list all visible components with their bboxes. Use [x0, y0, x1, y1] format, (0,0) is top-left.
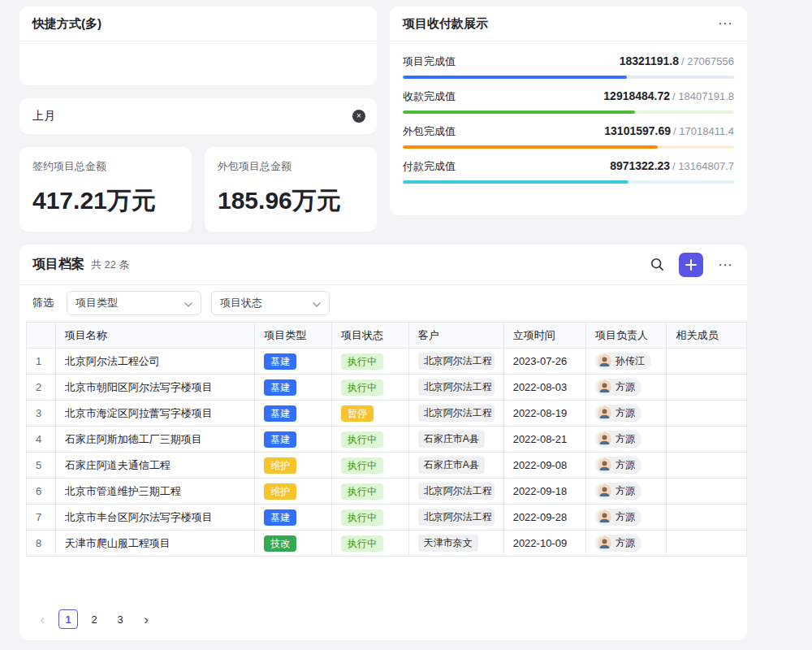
cell-project-name[interactable]: 石家庄阿道夫通信工程	[55, 453, 254, 479]
header-members: 相关成员	[667, 323, 747, 349]
progress-fill	[403, 180, 628, 184]
cell-project-name[interactable]: 北京市海淀区阿拉蕾写字楼项目	[55, 401, 254, 427]
cell-customer[interactable]: 天津市奈文	[408, 531, 503, 557]
cell-project-type[interactable]: 基建	[255, 401, 332, 427]
cell-members[interactable]	[667, 505, 747, 531]
date-filter-chip[interactable]: 上月 ×	[19, 98, 377, 134]
owner-name: 方源	[615, 458, 635, 472]
status-badge: 执行中	[341, 431, 383, 448]
close-circle-icon[interactable]: ×	[352, 110, 365, 123]
cell-owner[interactable]: 方源	[585, 453, 667, 479]
add-record-button[interactable]	[679, 253, 703, 277]
cell-project-type[interactable]: 基建	[255, 375, 332, 401]
cell-owner[interactable]: 方源	[585, 531, 667, 557]
cell-members[interactable]	[667, 479, 747, 505]
cell-members[interactable]	[667, 401, 747, 427]
cell-project-type[interactable]: 基建	[255, 349, 332, 375]
cell-start-date[interactable]: 2022-09-18	[503, 479, 585, 505]
cell-project-type[interactable]: 基建	[255, 427, 332, 453]
user-avatar	[598, 432, 611, 446]
cell-start-date[interactable]: 2022-10-09	[503, 531, 585, 557]
prev-page-icon[interactable]: ‹	[32, 609, 52, 629]
cell-project-type[interactable]: 基建	[255, 505, 332, 531]
payment-metric: 外包完成值 13101597.69/ 17018411.4	[403, 123, 734, 149]
cell-members[interactable]	[667, 375, 747, 401]
search-icon[interactable]	[650, 258, 664, 271]
shortcuts-card: 快捷方式(多)	[19, 6, 377, 85]
cell-project-type[interactable]: 维护	[255, 479, 332, 505]
cell-customer[interactable]: 北京阿尔法工程	[408, 505, 503, 531]
chevron-down-icon	[184, 297, 192, 310]
cell-customer[interactable]: 北京阿尔法工程	[408, 479, 503, 505]
cell-customer[interactable]: 石家庄市A县	[408, 427, 503, 453]
owner-name: 方源	[615, 510, 635, 524]
cell-start-date[interactable]: 2022-08-21	[503, 427, 585, 453]
filter-dropdown[interactable]: 项目类型	[67, 291, 201, 315]
record-count: 共 22 条	[91, 258, 130, 272]
cell-owner[interactable]: 方源	[585, 401, 667, 427]
progress-track	[403, 76, 734, 79]
cell-start-date[interactable]: 2023-07-26	[503, 349, 585, 375]
cell-start-date[interactable]: 2022-09-28	[503, 505, 585, 531]
customer-tag: 天津市奈文	[418, 535, 478, 552]
stat-label: 外包项目总金额	[218, 159, 364, 174]
cell-project-status[interactable]: 暂停	[331, 401, 408, 427]
cell-project-type[interactable]: 维护	[255, 453, 332, 479]
more-icon[interactable]: ⋯	[718, 258, 734, 272]
cell-project-name[interactable]: 石家庄阿斯加德工厂三期项目	[55, 427, 254, 453]
pagination: ‹ 1 2 3 ›	[32, 609, 156, 629]
cell-members[interactable]	[667, 531, 747, 557]
cell-owner[interactable]: 方源	[585, 375, 667, 401]
customer-tag: 石家庄市A县	[418, 457, 485, 474]
cell-project-status[interactable]: 执行中	[331, 427, 408, 453]
cell-owner[interactable]: 孙传江	[585, 349, 667, 375]
cell-start-date[interactable]: 2022-08-03	[503, 375, 585, 401]
cell-start-date[interactable]: 2022-09-08	[503, 453, 585, 479]
cell-customer[interactable]: 北京阿尔法工程	[408, 349, 503, 375]
progress-fill	[403, 145, 658, 149]
archive-title: 项目档案	[32, 256, 84, 273]
page-button[interactable]: 3	[110, 609, 130, 629]
more-icon[interactable]: ⋯	[718, 16, 734, 31]
header-project-type: 项目类型	[255, 323, 332, 349]
cell-customer[interactable]: 北京阿尔法工程	[408, 401, 503, 427]
cell-project-status[interactable]: 执行中	[331, 375, 408, 401]
cell-project-name[interactable]: 北京阿尔法工程公司	[55, 349, 254, 375]
cell-project-status[interactable]: 执行中	[331, 531, 408, 557]
customer-tag: 北京阿尔法工程	[418, 379, 495, 396]
cell-members[interactable]	[667, 349, 747, 375]
cell-project-status[interactable]: 执行中	[331, 349, 408, 375]
cell-owner[interactable]: 方源	[585, 479, 667, 505]
cell-members[interactable]	[667, 453, 747, 479]
customer-tag: 石家庄市A县	[418, 431, 485, 448]
page-button[interactable]: 2	[84, 609, 104, 629]
cell-start-date[interactable]: 2022-08-19	[503, 401, 585, 427]
header-customer: 客户	[408, 323, 503, 349]
cell-project-status[interactable]: 执行中	[331, 479, 408, 505]
stat-value: 417.21万元	[32, 184, 179, 218]
cell-members[interactable]	[667, 427, 747, 453]
metric-total-value: / 27067556	[681, 55, 734, 67]
cell-project-name[interactable]: 北京市朝阳区阿尔法写字楼项目	[55, 375, 254, 401]
next-page-icon[interactable]: ›	[136, 609, 156, 629]
cell-project-name[interactable]: 天津市爬山服工程项目	[55, 531, 254, 557]
cell-owner[interactable]: 方源	[585, 505, 667, 531]
cell-customer[interactable]: 北京阿尔法工程	[408, 375, 503, 401]
payment-metric: 收款完成值 12918484.72/ 18407191.8	[403, 88, 734, 114]
cell-customer[interactable]: 石家庄市A县	[408, 453, 503, 479]
owner-chip: 孙传江	[595, 353, 651, 370]
owner-chip: 方源	[595, 535, 641, 552]
cell-owner[interactable]: 方源	[585, 427, 667, 453]
page-button[interactable]: 1	[58, 609, 78, 629]
cell-project-type[interactable]: 技改	[255, 531, 332, 557]
filter-dropdown[interactable]: 项目状态	[211, 291, 330, 315]
cell-project-name[interactable]: 北京市管道维护三期工程	[55, 479, 254, 505]
metric-current-value: 18321191.8	[620, 54, 679, 67]
filter-label: 筛选	[32, 296, 54, 310]
cell-project-status[interactable]: 执行中	[331, 505, 408, 531]
cell-project-status[interactable]: 执行中	[331, 453, 408, 479]
metric-total-value: / 17018411.4	[673, 125, 734, 137]
cell-project-name[interactable]: 北京市丰台区阿尔法写字楼项目	[55, 505, 254, 531]
payments-card: 项目收付款展示 ⋯ 项目完成值 18321191.8/ 27067556 收款完…	[390, 6, 747, 215]
table-row: 7 北京市丰台区阿尔法写字楼项目 基建 执行中 北京阿尔法工程 2022-09-…	[27, 505, 747, 531]
